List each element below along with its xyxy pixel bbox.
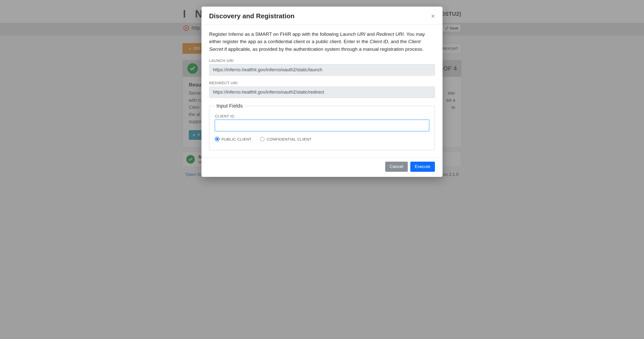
radio-label: PUBLIC CLIENT [222, 137, 251, 141]
launch-uri-input[interactable] [209, 64, 435, 76]
cancel-button[interactable]: Cancel [385, 162, 408, 172]
close-icon: × [431, 12, 435, 20]
confidential-client-radio[interactable]: CONFIDENTIAL CLIENT [260, 137, 311, 141]
public-client-radio[interactable]: PUBLIC CLIENT [215, 137, 251, 141]
fieldset-legend: Input Fields [215, 103, 244, 109]
execute-button[interactable]: Execute [410, 162, 435, 172]
launch-uri-label: LAUNCH URI [209, 58, 435, 63]
radio-label: CONFIDENTIAL CLIENT [267, 137, 311, 141]
modal-description: Register Inferno as a SMART on FHIR app … [209, 30, 435, 53]
modal-title: Discovery and Registration [209, 12, 295, 20]
redirect-uri-input[interactable] [209, 87, 435, 98]
radio-icon [215, 137, 219, 141]
close-button[interactable]: × [431, 12, 435, 20]
client-id-label: CLIENT ID [215, 114, 429, 118]
discovery-registration-modal: Discovery and Registration × Register In… [201, 7, 443, 177]
client-id-input[interactable] [215, 120, 429, 131]
radio-icon [260, 137, 265, 141]
redirect-uri-label: REDIRECT URI [209, 81, 435, 85]
input-fields-fieldset: Input Fields CLIENT ID PUBLIC CLIENT CON… [209, 103, 435, 150]
